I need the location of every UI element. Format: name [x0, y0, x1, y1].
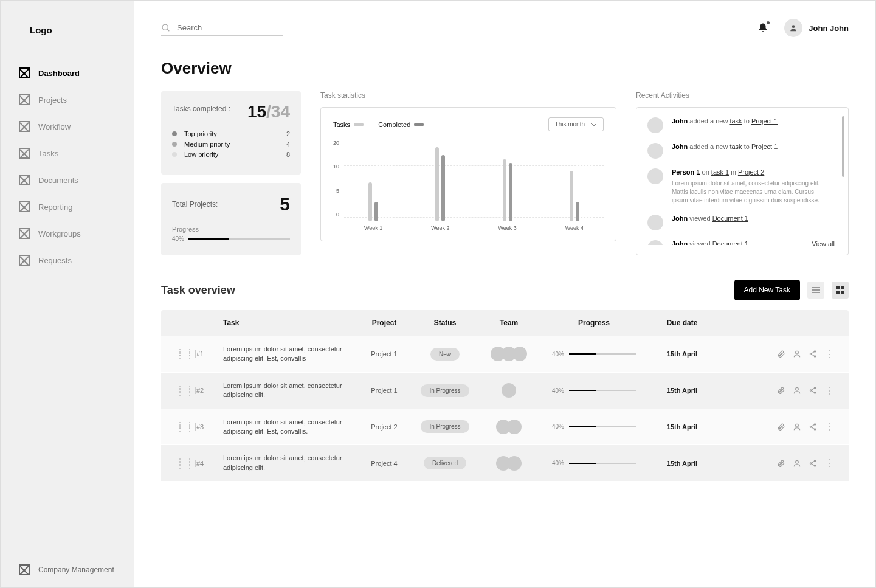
due-date: 15th April [649, 387, 716, 394]
more-icon[interactable]: ⋮ [824, 457, 834, 469]
attachment-icon[interactable] [777, 386, 785, 395]
list-view-toggle[interactable] [807, 282, 824, 299]
share-icon[interactable] [809, 423, 817, 431]
drag-handle[interactable]: ⋮⋮⋮⋮ [176, 387, 196, 394]
svg-point-11 [814, 351, 815, 352]
status-badge: In Progress [421, 420, 469, 433]
sidebar-item-workgroups[interactable]: Workgroups [19, 220, 116, 247]
table-row[interactable]: ⋮⋮⋮⋮#4Lorem ipsum dolor sit amet, consec… [161, 444, 849, 481]
avatar [784, 19, 802, 37]
grid-view-toggle[interactable] [832, 282, 849, 299]
company-link[interactable]: Company Management [1, 564, 134, 575]
svg-point-18 [810, 390, 811, 391]
team-avatar [507, 420, 522, 434]
user-icon[interactable] [793, 350, 801, 358]
sidebar-item-documents[interactable]: Documents [19, 167, 116, 193]
svg-point-29 [814, 460, 815, 461]
period-select[interactable]: This month [548, 117, 604, 131]
nav-label: Dashboard [38, 69, 80, 78]
activity-avatar [647, 117, 663, 133]
task-project: Project 4 [357, 460, 412, 467]
task-project: Project 1 [357, 387, 412, 394]
user-icon[interactable] [793, 459, 801, 468]
task-name: Lorem ipsum dolor sit amet, consectetur … [223, 454, 357, 472]
status-badge: New [430, 348, 460, 361]
view-all-link[interactable]: View all [812, 240, 835, 247]
table-row[interactable]: ⋮⋮⋮⋮#3Lorem ipsum dolor sit amet, consec… [161, 409, 849, 445]
scrollbar[interactable] [842, 116, 844, 177]
task-name: Lorem ipsum dolor sit amet, consectetur … [223, 345, 357, 364]
due-date: 15th April [649, 460, 716, 467]
priority-dot [172, 142, 177, 147]
bar-group: Week 1 [344, 144, 402, 231]
svg-point-12 [810, 353, 811, 355]
svg-point-13 [814, 356, 815, 357]
svg-point-10 [796, 351, 799, 355]
sidebar-item-projects[interactable]: Projects [19, 86, 116, 113]
sidebar-item-workflow[interactable]: Workflow [19, 113, 116, 140]
tasks-completed-label: Tasks completed : [172, 105, 230, 113]
table-row[interactable]: ⋮⋮⋮⋮#1Lorem ipsum dolor sit amet, consec… [161, 336, 849, 372]
more-icon[interactable]: ⋮ [824, 421, 834, 432]
task-id: #3 [196, 423, 223, 431]
search[interactable] [161, 21, 283, 36]
svg-line-33 [812, 463, 815, 465]
user-icon[interactable] [793, 423, 801, 431]
activity-avatar [647, 215, 663, 230]
logo: Logo [1, 25, 134, 60]
drag-handle[interactable]: ⋮⋮⋮⋮ [176, 350, 196, 358]
attachment-icon[interactable] [777, 423, 785, 431]
svg-rect-9 [841, 291, 844, 294]
svg-line-27 [812, 427, 815, 429]
more-icon[interactable]: ⋮ [824, 385, 834, 396]
nav-icon [19, 121, 30, 132]
share-icon[interactable] [809, 459, 817, 468]
progress-bar [569, 426, 636, 427]
svg-rect-8 [836, 291, 840, 294]
progress-bar [569, 353, 636, 355]
grid-icon [836, 286, 844, 294]
task-overview-title: Task overview [161, 284, 235, 297]
svg-point-31 [814, 465, 815, 466]
user-menu[interactable]: John John [784, 19, 849, 37]
table-row[interactable]: ⋮⋮⋮⋮#2Lorem ipsum dolor sit amet, consec… [161, 372, 849, 409]
sidebar-item-tasks[interactable]: Tasks [19, 140, 116, 167]
search-input[interactable] [177, 23, 283, 32]
priority-row: Medium priority4 [172, 140, 290, 148]
activity-item: John viewed Document 1 [647, 240, 830, 245]
sidebar-item-dashboard[interactable]: Dashboard [19, 60, 116, 86]
share-icon[interactable] [809, 386, 817, 395]
attachment-icon[interactable] [777, 459, 785, 468]
sidebar-item-reporting[interactable]: Reporting [19, 193, 116, 220]
progress-label: Progress [172, 226, 290, 233]
task-name: Lorem ipsum dolor sit amet, consectetur … [223, 381, 357, 400]
add-task-button[interactable]: Add New Task [734, 280, 800, 300]
bar-group: Week 2 [411, 144, 469, 231]
activity-avatar [647, 240, 663, 245]
search-icon [161, 23, 171, 33]
chevron-down-icon [591, 123, 597, 126]
user-area: John John [757, 19, 849, 37]
nav-label: Reporting [38, 202, 72, 212]
nav-icon [19, 201, 30, 212]
nav-icon [19, 94, 30, 105]
due-date: 15th April [649, 350, 716, 358]
activities-card: John added a new task to Project 1John a… [636, 107, 849, 255]
more-icon[interactable]: ⋮ [824, 348, 834, 360]
svg-point-17 [814, 387, 815, 389]
share-icon[interactable] [809, 350, 817, 358]
drag-handle[interactable]: ⋮⋮⋮⋮ [176, 423, 196, 431]
user-icon[interactable] [793, 386, 801, 395]
company-label: Company Management [38, 566, 114, 574]
task-project: Project 2 [357, 423, 412, 431]
sidebar-item-requests[interactable]: Requests [19, 247, 116, 274]
progress-bar [188, 238, 290, 240]
topbar: John John [161, 19, 849, 37]
status-badge: Delivered [424, 457, 466, 469]
attachment-icon[interactable] [777, 350, 785, 358]
svg-point-19 [814, 392, 815, 393]
sidebar: Logo DashboardProjectsWorkflowTasksDocum… [1, 1, 134, 587]
person-icon [789, 24, 798, 32]
notifications-button[interactable] [757, 22, 768, 33]
drag-handle[interactable]: ⋮⋮⋮⋮ [176, 460, 196, 467]
